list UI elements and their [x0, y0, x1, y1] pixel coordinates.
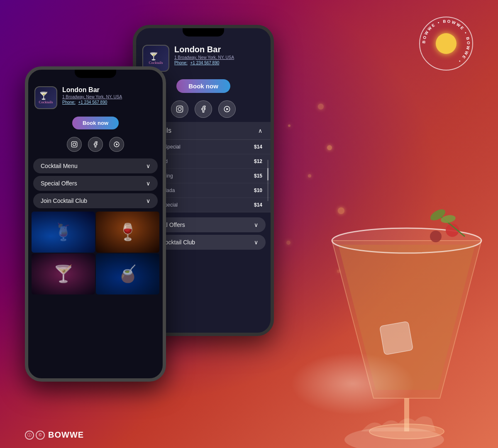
front-join-club-chevron-icon: ∨	[146, 197, 150, 204]
front-phone-label: Phone:	[62, 100, 76, 105]
back-phone-row: Phone: +1 234 567 890	[174, 61, 264, 65]
svg-rect-12	[177, 106, 183, 112]
footer-icons-row: ⓘ ©	[25, 431, 45, 440]
footer-cc-icon: ⓘ	[25, 431, 34, 440]
phone-front: 🍸 Cocktails London Bar 1 Broadway, New Y…	[25, 66, 166, 382]
back-scrollbar-thumb	[267, 168, 269, 180]
back-youtube-icon[interactable]	[218, 100, 236, 118]
front-profile-header: 🍸 Cocktails London Bar 1 Broadway, New Y…	[28, 82, 163, 113]
svg-point-6	[446, 224, 459, 237]
svg-point-14	[181, 107, 182, 108]
svg-point-7	[430, 231, 442, 242]
bottom-footer: ⓘ © BOWWE	[25, 430, 84, 440]
svg-point-18	[73, 143, 76, 146]
front-phone-number: +1 234 567 890	[78, 100, 107, 105]
front-photo-blue-cocktail: 🍹	[32, 212, 95, 253]
svg-point-11	[344, 427, 444, 448]
front-special-offers-label: Special Offers	[41, 180, 77, 187]
phone-notch-front	[75, 70, 116, 78]
footer-brand-name: BOWWE	[48, 430, 84, 440]
front-cocktail-menu-label: Cocktail Menu	[41, 163, 78, 169]
front-photo-orange-wine: 🍷	[96, 212, 159, 253]
back-cocktail-price-4: $14	[254, 202, 262, 208]
front-avatar: 🍸 Cocktails	[34, 86, 57, 109]
svg-point-13	[178, 107, 181, 111]
front-special-offers-chevron-icon: ∨	[146, 180, 150, 187]
back-address: 1 Broadway, New York, NY, USA	[174, 55, 264, 60]
front-facebook-icon[interactable]	[88, 137, 103, 152]
front-join-club-label: Join Cocktail Club	[41, 197, 87, 204]
svg-rect-2	[379, 321, 413, 355]
back-cocktail-price-0: $14	[254, 144, 262, 150]
front-phone-row: Phone: +1 234 567 890	[62, 100, 156, 105]
front-join-club-item[interactable]: Join Cocktail Club ∨	[33, 193, 158, 208]
front-cocktail-menu-item[interactable]: Cocktail Menu ∨	[33, 158, 158, 173]
svg-text:BOWWE • BOWWE • BOWWE •: BOWWE • BOWWE • BOWWE •	[421, 19, 471, 64]
svg-point-10	[440, 214, 456, 224]
back-phone-label: Phone:	[174, 61, 188, 65]
cocktail-splash	[290, 353, 415, 415]
back-book-now-button[interactable]: Book now	[176, 79, 230, 93]
svg-line-8	[440, 216, 465, 236]
front-cocktail-menu-chevron-icon: ∨	[146, 163, 150, 169]
front-youtube-icon[interactable]	[109, 137, 124, 152]
back-facebook-icon[interactable]	[195, 100, 212, 118]
svg-marker-16	[227, 108, 229, 110]
front-photo-blue-tropical: 🧉	[96, 253, 159, 295]
front-social-row	[28, 133, 163, 156]
back-join-club-chevron-icon: ∨	[254, 239, 258, 246]
front-profile-info: London Bar 1 Broadway, New York, NY, USA…	[62, 86, 156, 105]
svg-point-19	[76, 143, 76, 143]
back-bar-name: London Bar	[174, 45, 264, 54]
phone-notch-back	[183, 28, 224, 37]
svg-marker-21	[116, 143, 118, 145]
back-profile-info: London Bar 1 Broadway, New York, NY, USA…	[174, 45, 264, 65]
back-special-offers-chevron-icon: ∨	[254, 222, 258, 228]
front-photo-pink-cocktail: 🍸	[32, 253, 95, 295]
back-cocktails-chevron-up-icon: ∧	[258, 127, 262, 134]
back-instagram-icon[interactable]	[171, 100, 188, 118]
cocktail-glass-illustration	[290, 158, 498, 448]
svg-rect-17	[71, 141, 77, 147]
svg-point-9	[429, 207, 447, 222]
back-cocktail-price-3: $10	[254, 187, 262, 193]
front-address: 1 Broadway, New York, NY, USA	[62, 95, 156, 99]
front-special-offers-item[interactable]: Special Offers ∨	[33, 176, 158, 191]
front-bar-name: London Bar	[62, 86, 156, 94]
bowwe-logo: BOWWE • BOWWE • BOWWE •	[419, 17, 473, 71]
back-cocktail-price-1: $12	[254, 158, 262, 164]
front-book-now-button[interactable]: Book now	[72, 117, 119, 129]
back-phone-number: +1 234 567 890	[190, 61, 219, 65]
back-cocktail-price-2: $15	[254, 173, 262, 179]
front-photo-grid: 🍹 🍷 🍸 🧉	[32, 212, 159, 295]
svg-point-4	[369, 424, 444, 439]
footer-copyright-icon: ©	[36, 431, 45, 440]
back-scrollbar[interactable]	[267, 160, 269, 201]
front-instagram-icon[interactable]	[67, 137, 82, 152]
svg-point-1	[332, 228, 481, 253]
svg-point-5	[332, 228, 481, 253]
